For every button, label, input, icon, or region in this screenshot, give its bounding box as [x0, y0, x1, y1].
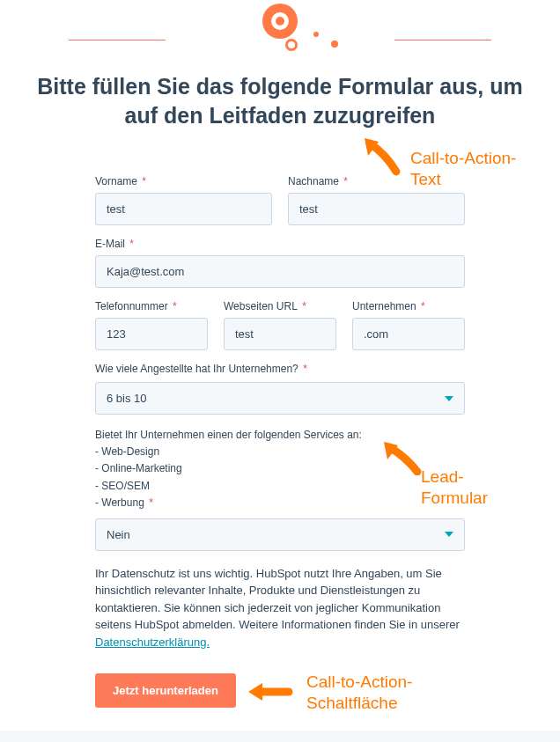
phone-input[interactable]	[95, 318, 208, 350]
decorative-divider	[69, 0, 491, 62]
employees-label: Wie viele Angestellte hat Ihr Unternehme…	[95, 363, 465, 375]
email-field-wrap: E-Mail *	[95, 238, 465, 288]
submit-button[interactable]: Jetzt herunterladen	[95, 673, 236, 708]
services-select[interactable]: Nein	[95, 518, 465, 551]
annotation-cta-text: Call-to-Action- Text	[410, 148, 516, 190]
annotation-lead-form: Lead- Formular	[421, 467, 488, 509]
website-field-wrap: Webseiten URL *	[224, 300, 336, 350]
lead-form: Vorname * Nachname * E-Mail * Telefonnum…	[95, 149, 465, 708]
company-label: Unternehmen *	[352, 300, 465, 312]
company-input[interactable]	[352, 318, 465, 350]
phone-field-wrap: Telefonnummer *	[95, 300, 208, 350]
chevron-down-icon	[445, 532, 453, 537]
annotation-cta-button: Call-to-Action- Schaltfläche	[306, 672, 412, 714]
last-name-input[interactable]	[288, 193, 465, 225]
employees-select[interactable]: 6 bis 10	[95, 382, 465, 415]
website-label: Webseiten URL *	[224, 300, 336, 312]
first-name-field-wrap: Vorname *	[95, 175, 272, 225]
email-label: E-Mail *	[95, 238, 465, 250]
services-select-value: Nein	[107, 528, 130, 541]
email-input[interactable]	[95, 255, 465, 288]
employees-select-value: 6 bis 10	[107, 392, 147, 405]
arrow-up-left-icon	[359, 136, 403, 176]
first-name-label: Vorname *	[95, 175, 272, 187]
chevron-down-icon	[445, 396, 453, 401]
arrow-left-icon	[245, 678, 293, 706]
privacy-text: Ihr Datenschutz ist uns wichtig. HubSpot…	[95, 565, 465, 651]
phone-label: Telefonnummer *	[95, 300, 208, 312]
footer-bar	[0, 731, 560, 742]
website-input[interactable]	[224, 318, 336, 350]
privacy-link[interactable]: Datenschutzerklärung.	[95, 635, 210, 649]
company-field-wrap: Unternehmen *	[352, 300, 465, 350]
page-title: Bitte füllen Sie das folgende Formular a…	[26, 72, 534, 129]
first-name-input[interactable]	[95, 193, 272, 225]
arrow-up-left-icon	[379, 440, 423, 475]
